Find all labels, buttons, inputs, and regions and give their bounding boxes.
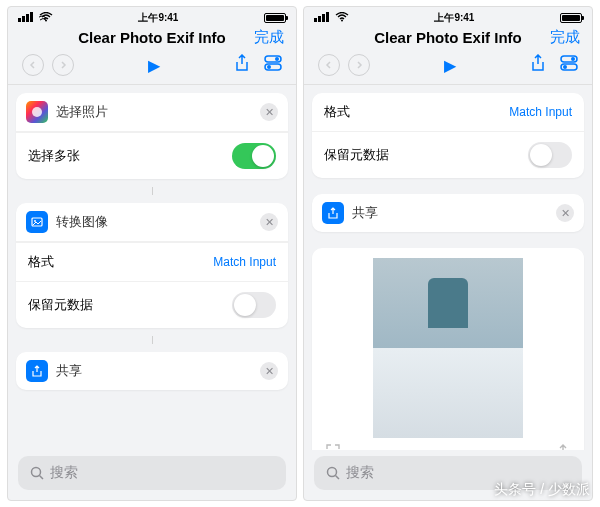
svg-point-22 bbox=[563, 65, 567, 69]
svg-line-24 bbox=[336, 476, 340, 480]
select-multiple-row: 选择多张 bbox=[16, 132, 288, 179]
time: 上午9:41 bbox=[138, 11, 178, 25]
remove-action-button[interactable]: ✕ bbox=[556, 204, 574, 222]
done-button[interactable]: 完成 bbox=[254, 28, 284, 47]
row-label: 保留元数据 bbox=[324, 146, 389, 164]
svg-rect-15 bbox=[318, 16, 321, 22]
share-action-icon bbox=[26, 360, 48, 382]
svg-point-23 bbox=[328, 468, 337, 477]
metadata-row: 保留元数据 bbox=[312, 131, 584, 178]
phone-left: 上午9:41 Clear Photo Exif Info 完成 ▶ 选择照片 ✕ bbox=[7, 6, 297, 501]
signal-icon bbox=[18, 12, 53, 24]
svg-point-8 bbox=[267, 65, 271, 69]
action-title: 共享 bbox=[352, 204, 548, 222]
action-title: 选择照片 bbox=[56, 103, 252, 121]
svg-point-6 bbox=[275, 57, 279, 61]
redo-button[interactable] bbox=[348, 54, 370, 76]
svg-rect-2 bbox=[26, 14, 29, 22]
svg-rect-0 bbox=[18, 18, 21, 22]
battery-icon bbox=[560, 13, 582, 23]
remove-action-button[interactable]: ✕ bbox=[260, 103, 278, 121]
svg-rect-3 bbox=[30, 12, 33, 22]
svg-rect-16 bbox=[322, 14, 325, 22]
result-photo[interactable] bbox=[373, 258, 523, 438]
row-label: 选择多张 bbox=[28, 147, 80, 165]
play-button[interactable]: ▶ bbox=[444, 56, 456, 75]
convert-icon bbox=[26, 211, 48, 233]
page-title: Clear Photo Exif Info bbox=[78, 29, 226, 46]
share-action: 共享 ✕ bbox=[16, 352, 288, 390]
status-bar: 上午9:41 bbox=[304, 7, 592, 25]
format-value: Match Input bbox=[213, 255, 276, 269]
svg-point-9 bbox=[32, 107, 42, 117]
svg-point-12 bbox=[32, 468, 41, 477]
play-button[interactable]: ▶ bbox=[148, 56, 160, 75]
share-result-icon[interactable] bbox=[556, 444, 570, 450]
share-icon[interactable] bbox=[530, 54, 546, 76]
select-multiple-toggle[interactable] bbox=[232, 143, 276, 169]
nav-bar: Clear Photo Exif Info 完成 bbox=[304, 25, 592, 50]
time: 上午9:41 bbox=[434, 11, 474, 25]
format-value: Match Input bbox=[509, 105, 572, 119]
svg-rect-1 bbox=[22, 16, 25, 22]
row-label: 格式 bbox=[28, 253, 54, 271]
page-title: Clear Photo Exif Info bbox=[374, 29, 522, 46]
convert-image-action: 格式 Match Input 保留元数据 bbox=[312, 93, 584, 178]
search-bar[interactable]: 搜索 bbox=[314, 456, 582, 490]
share-icon[interactable] bbox=[234, 54, 250, 76]
format-row[interactable]: 格式 Match Input bbox=[312, 93, 584, 131]
workflow-content: 格式 Match Input 保留元数据 共享 ✕ bbox=[304, 85, 592, 450]
metadata-toggle[interactable] bbox=[528, 142, 572, 168]
photos-icon bbox=[26, 101, 48, 123]
workflow-content: 选择照片 ✕ 选择多张 转换图像 ✕ 格式 Match Input 保 bbox=[8, 85, 296, 450]
svg-line-13 bbox=[40, 476, 44, 480]
format-row[interactable]: 格式 Match Input bbox=[16, 242, 288, 281]
battery-icon bbox=[264, 13, 286, 23]
search-icon bbox=[326, 466, 340, 480]
svg-rect-14 bbox=[314, 18, 317, 22]
row-label: 保留元数据 bbox=[28, 296, 93, 314]
search-placeholder: 搜索 bbox=[346, 464, 374, 482]
result-preview bbox=[312, 248, 584, 450]
metadata-toggle[interactable] bbox=[232, 292, 276, 318]
select-photo-action: 选择照片 ✕ 选择多张 bbox=[16, 93, 288, 179]
share-action: 共享 ✕ bbox=[312, 194, 584, 232]
remove-action-button[interactable]: ✕ bbox=[260, 213, 278, 231]
svg-point-18 bbox=[341, 20, 343, 22]
search-bar[interactable]: 搜索 bbox=[18, 456, 286, 490]
redo-button[interactable] bbox=[52, 54, 74, 76]
status-bar: 上午9:41 bbox=[8, 7, 296, 25]
svg-rect-17 bbox=[326, 12, 329, 22]
done-button[interactable]: 完成 bbox=[550, 28, 580, 47]
share-action-icon bbox=[322, 202, 344, 224]
svg-point-4 bbox=[45, 20, 47, 22]
svg-point-20 bbox=[571, 57, 575, 61]
connector bbox=[152, 336, 153, 344]
undo-button[interactable] bbox=[22, 54, 44, 76]
convert-image-action: 转换图像 ✕ 格式 Match Input 保留元数据 bbox=[16, 203, 288, 328]
action-title: 共享 bbox=[56, 362, 252, 380]
search-placeholder: 搜索 bbox=[50, 464, 78, 482]
remove-action-button[interactable]: ✕ bbox=[260, 362, 278, 380]
row-label: 格式 bbox=[324, 103, 350, 121]
expand-icon[interactable] bbox=[326, 444, 340, 450]
metadata-row: 保留元数据 bbox=[16, 281, 288, 328]
nav-bar: Clear Photo Exif Info 完成 bbox=[8, 25, 296, 50]
toolbar: ▶ bbox=[304, 50, 592, 85]
settings-toggle-icon[interactable] bbox=[264, 55, 282, 75]
signal-icon bbox=[314, 12, 349, 24]
connector bbox=[152, 187, 153, 195]
search-icon bbox=[30, 466, 44, 480]
undo-button[interactable] bbox=[318, 54, 340, 76]
phone-right: 上午9:41 Clear Photo Exif Info 完成 ▶ 格式 Mat… bbox=[303, 6, 593, 501]
settings-toggle-icon[interactable] bbox=[560, 55, 578, 75]
action-title: 转换图像 bbox=[56, 213, 252, 231]
toolbar: ▶ bbox=[8, 50, 296, 85]
